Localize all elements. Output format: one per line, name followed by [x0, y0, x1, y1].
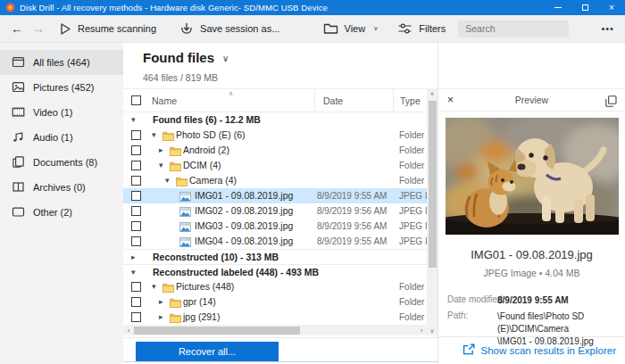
- file-type: Folder: [399, 279, 427, 294]
- filters-button[interactable]: Filters: [392, 19, 451, 38]
- bottom-accent-line: [123, 361, 438, 362]
- disk-drill-window: Disk Drill - All recovery methods - Hard…: [0, 0, 625, 364]
- file-type: Folder: [399, 173, 427, 188]
- recover-all-button[interactable]: Recover all...: [136, 342, 279, 361]
- tree-row[interactable]: IMG01 - 09.08.2019.jpg8/9/2019 9:55 AMJP…: [123, 188, 427, 203]
- scan-results-dropdown[interactable]: Found files ∨: [143, 50, 229, 65]
- close-preview-icon[interactable]: ×: [447, 94, 454, 106]
- collapse-arrow-icon[interactable]: ▾: [159, 158, 163, 173]
- tree-row[interactable]: IMG02 - 09.08.2019.jpg8/9/2019 9:56 AMJP…: [123, 203, 427, 219]
- vertical-scrollbar-thumb[interactable]: [429, 101, 437, 268]
- collapse-arrow-icon[interactable]: ▾: [165, 173, 170, 188]
- toolbar: ← → Resume scanning Save session as... V…: [0, 15, 625, 43]
- file-type: JPEG Image: [399, 203, 427, 219]
- expand-arrow-icon[interactable]: ▸: [159, 143, 163, 158]
- row-checkbox[interactable]: [131, 282, 141, 292]
- sidebar-item-archives[interactable]: Archives (0): [0, 175, 123, 200]
- sidebar-item-audio[interactable]: Audio (1): [0, 125, 123, 150]
- row-checkbox[interactable]: [131, 297, 141, 307]
- tree-row[interactable]: ▾DCIM (4)Folder: [123, 158, 427, 173]
- select-all-checkbox[interactable]: [131, 95, 141, 105]
- tree-row[interactable]: ▾Pictures (448)Folder: [123, 279, 427, 294]
- collapse-arrow-icon[interactable]: ▾: [131, 265, 136, 280]
- row-checkbox[interactable]: [131, 312, 141, 322]
- horizontal-scrollbar-thumb[interactable]: [134, 327, 300, 335]
- sidebar-item-label: Archives (0): [33, 182, 86, 193]
- file-tree-panel: Found files ∨ 464 files / 819 MB Name ∧ …: [123, 43, 438, 364]
- file-date: 8/9/2019 9:55 AM: [317, 188, 387, 203]
- sidebar-item-pictures[interactable]: Pictures (452): [0, 75, 123, 100]
- view-button[interactable]: View ∨: [318, 19, 384, 38]
- folder-name: gpr (14): [183, 294, 216, 310]
- row-checkbox[interactable]: [131, 221, 141, 231]
- collapse-arrow-icon[interactable]: ▾: [152, 279, 156, 294]
- found-files-title: Found files: [143, 50, 214, 65]
- minimize-icon: [554, 7, 562, 8]
- save-session-button[interactable]: Save session as...: [174, 19, 285, 39]
- tree-row[interactable]: ▸jpg (291)Folder: [123, 310, 427, 325]
- scroll-right-icon[interactable]: ›: [416, 327, 427, 335]
- app-logo-icon: [5, 3, 15, 12]
- back-arrow-icon[interactable]: ←: [11, 21, 23, 36]
- tree-row[interactable]: ▸Android (2)Folder: [123, 143, 427, 158]
- row-checkbox[interactable]: [131, 176, 141, 186]
- file-name: IMG01 - 09.08.2019.jpg: [195, 188, 293, 203]
- scroll-left-icon[interactable]: ‹: [123, 327, 134, 335]
- tree-row[interactable]: IMG04 - 09.08.2019.jpg8/9/2019 9:55 AMJP…: [123, 234, 427, 249]
- sidebar-item-documents[interactable]: Documents (8): [0, 150, 123, 175]
- preview-divider: [438, 336, 625, 337]
- row-checkbox[interactable]: [131, 191, 141, 201]
- view-label: View: [345, 23, 366, 34]
- row-checkbox[interactable]: [131, 161, 141, 170]
- tree-row[interactable]: ▾Photo SD (E) (6)Folder: [123, 128, 427, 143]
- more-options-button[interactable]: •••: [601, 23, 614, 34]
- file-type: JPEG Image: [399, 219, 427, 234]
- archives-icon: [12, 180, 25, 195]
- sidebar-item-video[interactable]: Video (1): [0, 100, 123, 125]
- tree-section-row[interactable]: ▸Reconstructed (10) - 313 MB: [123, 249, 427, 264]
- preview-title: Preview: [438, 95, 625, 105]
- minimize-button[interactable]: [545, 0, 571, 15]
- file-type: JPEG Image: [399, 188, 427, 203]
- date-modified-value: 8/9/2019 9:55 AM: [497, 294, 622, 307]
- scroll-down-icon[interactable]: ∨: [427, 327, 438, 334]
- file-date: 8/9/2019 9:56 AM: [317, 219, 387, 234]
- tree-row[interactable]: ▾Camera (4)Folder: [123, 173, 427, 188]
- search-input[interactable]: [458, 21, 569, 37]
- column-header-date[interactable]: Date: [314, 89, 393, 112]
- vertical-scrollbar[interactable]: ∧ ∨: [427, 88, 438, 335]
- collapse-arrow-icon[interactable]: ▾: [152, 128, 156, 143]
- scroll-up-icon[interactable]: ∧: [427, 90, 438, 96]
- sidebar-item-all[interactable]: All files (464): [0, 50, 123, 75]
- column-header-name[interactable]: Name: [152, 89, 177, 112]
- row-checkbox[interactable]: [131, 145, 141, 155]
- collapse-arrow-icon[interactable]: ▾: [131, 112, 136, 128]
- row-checkbox[interactable]: [131, 130, 141, 140]
- popout-preview-icon[interactable]: [605, 95, 617, 111]
- show-in-explorer-link[interactable]: Show scan results in Explorer: [462, 343, 616, 357]
- file-name: IMG04 - 09.08.2019.jpg: [195, 234, 293, 249]
- horizontal-scrollbar[interactable]: ‹ ›: [123, 325, 427, 335]
- row-checkbox[interactable]: [131, 206, 141, 216]
- section-label: Found files (6) - 12.2 MB: [153, 112, 261, 128]
- preview-image[interactable]: [446, 118, 619, 235]
- row-checkbox[interactable]: [131, 236, 141, 246]
- window-title: Disk Drill - All recovery methods - Hard…: [20, 3, 328, 12]
- maximize-button[interactable]: [571, 0, 598, 15]
- tree-section-row[interactable]: ▾Found files (6) - 12.2 MB: [123, 112, 427, 128]
- expand-arrow-icon[interactable]: ▸: [159, 310, 163, 325]
- tree-section-row[interactable]: ▾Reconstructed labeled (448) - 493 MB: [123, 264, 427, 279]
- bottom-bar: Recover all...: [123, 337, 438, 364]
- resume-scanning-button[interactable]: Resume scanning: [54, 19, 162, 39]
- expand-arrow-icon[interactable]: ▸: [131, 250, 136, 265]
- tree-row[interactable]: ▸gpr (14)Folder: [123, 294, 427, 310]
- forward-arrow-icon[interactable]: →: [32, 21, 45, 36]
- filters-label: Filters: [419, 23, 446, 34]
- sidebar-item-other[interactable]: Other (2): [0, 200, 123, 225]
- tree-row[interactable]: IMG03 - 09.08.2019.jpg8/9/2019 9:56 AMJP…: [123, 219, 427, 234]
- file-name: IMG02 - 09.08.2019.jpg: [195, 203, 293, 219]
- close-button[interactable]: ×: [598, 0, 625, 15]
- column-header-type[interactable]: Type: [393, 89, 427, 112]
- expand-arrow-icon[interactable]: ▸: [159, 294, 163, 310]
- preview-header: × Preview: [438, 88, 625, 112]
